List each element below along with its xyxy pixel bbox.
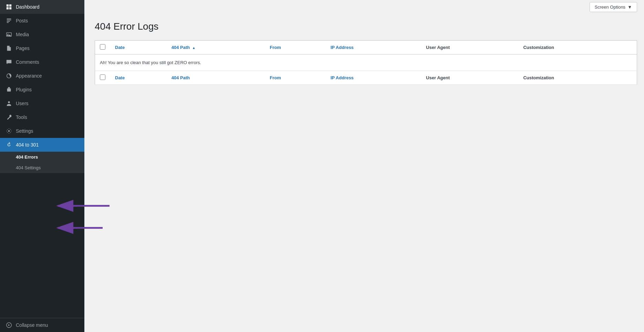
chevron-down-icon: ▼ [627,4,632,10]
sidebar-item-comments[interactable]: Comments [0,55,84,69]
sidebar-sub-item-label: 404 Errors [16,154,38,160]
settings-icon [6,128,12,134]
page-title: 404 Error Logs [95,21,637,32]
svg-rect-3 [9,7,11,9]
sidebar-collapse-button[interactable]: Collapse menu [0,318,84,332]
svg-point-10 [8,101,10,103]
error-logs-table: Date 404 Path ▲ From IP Address [95,40,637,85]
table-empty-row: Ah! You are so clean that you still got … [95,54,637,71]
sidebar-item-404to301[interactable]: 404 to 301 [0,138,84,152]
sidebar-submenu-404: 404 Errors 404 Settings [0,152,84,173]
sidebar-sub-item-404errors[interactable]: 404 Errors [0,152,84,162]
table-footer-404path[interactable]: 404 Path [167,71,265,85]
sidebar-item-plugins[interactable]: Plugins [0,83,84,97]
svg-rect-2 [7,7,9,9]
svg-rect-1 [9,4,11,7]
sidebar-item-users[interactable]: Users [0,97,84,110]
sidebar-item-media[interactable]: Media [0,28,84,41]
table-footer-ipaddress[interactable]: IP Address [326,71,421,85]
table-footer-from[interactable]: From [265,71,325,85]
collapse-icon [6,322,12,329]
table-header-row: Date 404 Path ▲ From IP Address [95,41,637,54]
select-all-checkbox[interactable] [100,44,105,50]
table-footer-customization: Customization [518,71,637,85]
from-column-header[interactable]: From [270,45,281,50]
sidebar-item-appearance[interactable]: Appearance [0,69,84,83]
table-footer-date[interactable]: Date [110,71,167,85]
top-bar: Screen Options ▼ [84,0,644,14]
sidebar-item-posts[interactable]: Posts [0,14,84,28]
useragent-footer-label: User Agent [426,75,450,80]
main-content: Screen Options ▼ 404 Error Logs Date [84,0,644,332]
ipaddress-footer-label[interactable]: IP Address [331,75,354,80]
sidebar-item-label: Tools [16,114,27,120]
table-footer-row: Date 404 Path From IP Address User Agent [95,71,637,85]
users-icon [6,100,12,107]
404path-column-header[interactable]: 404 Path ▲ [172,45,196,50]
media-icon [6,31,12,38]
comments-icon [6,59,12,66]
screen-options-button[interactable]: Screen Options ▼ [590,2,637,12]
posts-icon [6,17,12,24]
table-header-from[interactable]: From [265,41,325,54]
table-header-checkbox[interactable] [95,41,111,54]
plugins-icon [6,86,12,93]
404path-footer-label[interactable]: 404 Path [172,75,190,80]
svg-rect-8 [7,88,11,91]
screen-options-label: Screen Options [595,4,626,10]
table-header-404path[interactable]: 404 Path ▲ [167,41,265,54]
sidebar-sub-item-404settings[interactable]: 404 Settings [0,162,84,173]
empty-message: Ah! You are so clean that you still got … [95,54,637,71]
table-header-customization: Customization [518,41,637,54]
date-column-header[interactable]: Date [115,45,125,50]
table-header-ipaddress[interactable]: IP Address [326,41,421,54]
sidebar: Dashboard Posts Media Pages Comments [0,0,84,332]
table-header-date[interactable]: Date [110,41,167,54]
ipaddress-column-header[interactable]: IP Address [331,45,354,50]
from-footer-label[interactable]: From [270,75,281,80]
svg-rect-0 [7,4,9,7]
select-all-footer-checkbox[interactable] [100,74,105,80]
sort-asc-icon: ▲ [192,46,196,50]
sidebar-item-tools[interactable]: Tools [0,110,84,124]
dashboard-icon [6,3,12,10]
sidebar-item-label: Pages [16,46,30,51]
svg-rect-7 [8,87,10,89]
customization-column-header: Customization [523,45,554,50]
sidebar-item-settings[interactable]: Settings [0,124,84,138]
sidebar-item-label: Plugins [16,87,32,92]
sidebar-item-pages[interactable]: Pages [0,41,84,55]
sidebar-sub-item-label: 404 Settings [16,165,41,170]
sidebar-item-label: Media [16,32,29,37]
pages-icon [6,45,12,52]
useragent-column-header: User Agent [426,45,450,50]
table-footer-useragent: User Agent [421,71,518,85]
page-area: 404 Error Logs Date 404 Path ▲ [84,14,644,332]
sidebar-item-label: Settings [16,128,33,134]
collapse-label: Collapse menu [16,322,48,328]
404to301-icon [6,141,12,148]
sidebar-item-label: Appearance [16,73,42,79]
sidebar-item-label: Dashboard [16,4,40,10]
customization-footer-label: Customization [523,75,554,80]
tools-icon [6,114,12,121]
sidebar-item-dashboard[interactable]: Dashboard [0,0,84,14]
svg-point-11 [8,130,10,132]
appearance-icon [6,72,12,79]
sidebar-item-label: 404 to 301 [16,142,39,148]
table-header-useragent: User Agent [421,41,518,54]
sidebar-item-label: Comments [16,59,39,65]
date-footer-label[interactable]: Date [115,75,125,80]
table-footer-checkbox[interactable] [95,71,111,85]
sidebar-item-label: Users [16,101,29,106]
sidebar-item-label: Posts [16,18,28,23]
